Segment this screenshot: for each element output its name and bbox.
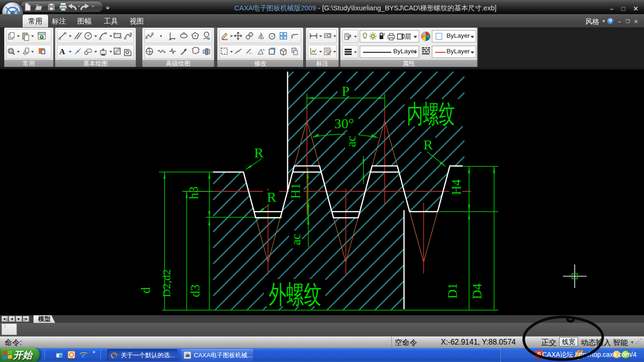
svg-text:H4: H4 [449,179,463,195]
svg-text:R: R [254,145,264,160]
svg-text:R: R [423,137,433,152]
svg-text:h3: h3 [187,187,201,199]
svg-text:0层: 0层 [401,33,412,40]
svg-text:D1: D1 [446,283,460,299]
svg-text:内螺纹: 内螺纹 [407,100,455,128]
svg-text:外螺纹: 外螺纹 [269,280,322,309]
svg-text:d3: d3 [188,285,202,297]
svg-text:30°: 30° [334,115,354,131]
svg-text:H1: H1 [289,183,303,199]
svg-text:d: d [139,287,153,294]
svg-text:e: e [82,351,85,360]
svg-text:A: A [59,47,66,56]
svg-text:D2,d2: D2,d2 [160,269,173,297]
svg-text:ac: ac [289,234,303,245]
svg-text:R: R [267,189,276,205]
svg-text:D4: D4 [470,283,484,299]
svg-text:P: P [342,83,349,99]
svg-text:ac: ac [344,136,358,147]
